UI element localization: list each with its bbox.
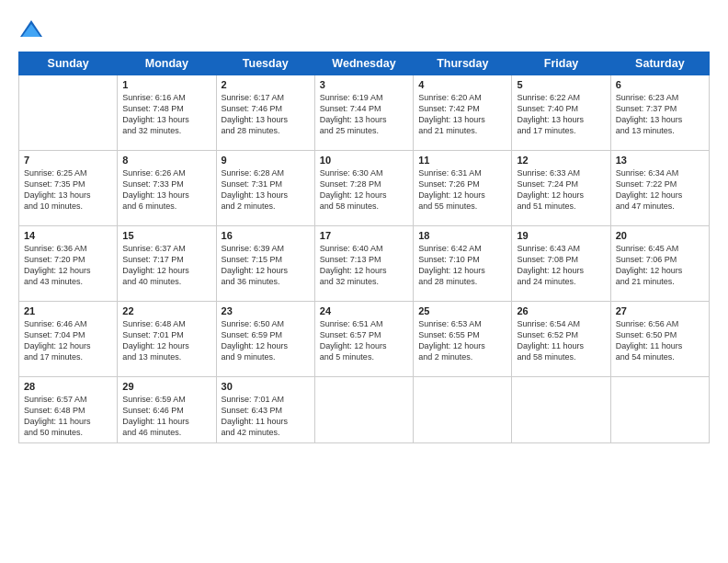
day-info: Sunrise: 6:40 AMSunset: 7:13 PMDaylight:… bbox=[320, 243, 408, 288]
day-of-week-header: Tuesday bbox=[216, 52, 314, 75]
day-info: Sunrise: 6:51 AMSunset: 6:57 PMDaylight:… bbox=[320, 318, 408, 363]
calendar-cell: 9Sunrise: 6:28 AMSunset: 7:31 PMDaylight… bbox=[216, 151, 314, 226]
calendar-cell: 11Sunrise: 6:31 AMSunset: 7:26 PMDayligh… bbox=[414, 151, 512, 226]
day-info: Sunrise: 6:36 AMSunset: 7:20 PMDaylight:… bbox=[24, 243, 112, 288]
day-number: 28 bbox=[24, 381, 112, 392]
day-of-week-header: Saturday bbox=[610, 52, 709, 75]
calendar-week-row: 21Sunrise: 6:46 AMSunset: 7:04 PMDayligh… bbox=[19, 302, 710, 377]
day-info: Sunrise: 6:16 AMSunset: 7:48 PMDaylight:… bbox=[122, 92, 210, 137]
day-number: 13 bbox=[616, 155, 704, 166]
day-number: 26 bbox=[517, 305, 605, 316]
calendar-week-row: 28Sunrise: 6:57 AMSunset: 6:48 PMDayligh… bbox=[19, 377, 710, 443]
calendar-body: 1Sunrise: 6:16 AMSunset: 7:48 PMDaylight… bbox=[19, 75, 710, 443]
calendar-cell: 14Sunrise: 6:36 AMSunset: 7:20 PMDayligh… bbox=[19, 226, 118, 302]
calendar-cell: 12Sunrise: 6:33 AMSunset: 7:24 PMDayligh… bbox=[512, 151, 610, 226]
calendar-week-row: 14Sunrise: 6:36 AMSunset: 7:20 PMDayligh… bbox=[19, 226, 710, 302]
calendar-cell: 8Sunrise: 6:26 AMSunset: 7:33 PMDaylight… bbox=[118, 151, 216, 226]
calendar-cell: 30Sunrise: 7:01 AMSunset: 6:43 PMDayligh… bbox=[216, 377, 314, 443]
calendar-cell: 22Sunrise: 6:48 AMSunset: 7:01 PMDayligh… bbox=[118, 302, 216, 377]
day-of-week-header: Friday bbox=[512, 52, 610, 75]
day-number: 10 bbox=[320, 155, 408, 166]
calendar-cell: 29Sunrise: 6:59 AMSunset: 6:46 PMDayligh… bbox=[118, 377, 216, 443]
day-number: 6 bbox=[616, 79, 704, 90]
day-info: Sunrise: 6:45 AMSunset: 7:06 PMDaylight:… bbox=[616, 243, 704, 288]
calendar-cell: 27Sunrise: 6:56 AMSunset: 6:50 PMDayligh… bbox=[610, 302, 709, 377]
day-number: 1 bbox=[122, 79, 210, 90]
calendar-cell: 18Sunrise: 6:42 AMSunset: 7:10 PMDayligh… bbox=[414, 226, 512, 302]
day-info: Sunrise: 6:25 AMSunset: 7:35 PMDaylight:… bbox=[24, 167, 112, 213]
calendar-cell: 5Sunrise: 6:22 AMSunset: 7:40 PMDaylight… bbox=[512, 75, 610, 151]
calendar-cell: 10Sunrise: 6:30 AMSunset: 7:28 PMDayligh… bbox=[314, 151, 413, 226]
day-number: 27 bbox=[616, 305, 704, 316]
day-info: Sunrise: 6:50 AMSunset: 6:59 PMDaylight:… bbox=[222, 318, 310, 363]
calendar-cell bbox=[610, 377, 709, 443]
calendar-cell: 20Sunrise: 6:45 AMSunset: 7:06 PMDayligh… bbox=[610, 226, 709, 302]
day-number: 2 bbox=[222, 79, 310, 90]
day-of-week-header: Thursday bbox=[414, 52, 512, 75]
day-info: Sunrise: 7:01 AMSunset: 6:43 PMDaylight:… bbox=[222, 394, 310, 439]
day-info: Sunrise: 6:59 AMSunset: 6:46 PMDaylight:… bbox=[122, 394, 210, 439]
calendar-week-row: 1Sunrise: 6:16 AMSunset: 7:48 PMDaylight… bbox=[19, 75, 710, 151]
day-info: Sunrise: 6:37 AMSunset: 7:17 PMDaylight:… bbox=[122, 243, 210, 288]
day-number: 18 bbox=[418, 230, 506, 241]
calendar-cell: 21Sunrise: 6:46 AMSunset: 7:04 PMDayligh… bbox=[19, 302, 118, 377]
page: SundayMondayTuesdayWednesdayThursdayFrid… bbox=[0, 0, 728, 563]
day-info: Sunrise: 6:26 AMSunset: 7:33 PMDaylight:… bbox=[122, 167, 210, 213]
calendar-cell: 7Sunrise: 6:25 AMSunset: 7:35 PMDaylight… bbox=[19, 151, 118, 226]
day-info: Sunrise: 6:33 AMSunset: 7:24 PMDaylight:… bbox=[517, 167, 605, 213]
calendar-cell: 25Sunrise: 6:53 AMSunset: 6:55 PMDayligh… bbox=[414, 302, 512, 377]
calendar-cell: 19Sunrise: 6:43 AMSunset: 7:08 PMDayligh… bbox=[512, 226, 610, 302]
day-number: 22 bbox=[122, 305, 210, 316]
calendar-cell bbox=[314, 377, 413, 443]
calendar-cell: 4Sunrise: 6:20 AMSunset: 7:42 PMDaylight… bbox=[414, 75, 512, 151]
day-number: 16 bbox=[222, 230, 310, 241]
calendar-header: SundayMondayTuesdayWednesdayThursdayFrid… bbox=[19, 52, 710, 75]
day-info: Sunrise: 6:34 AMSunset: 7:22 PMDaylight:… bbox=[616, 167, 704, 213]
calendar-week-row: 7Sunrise: 6:25 AMSunset: 7:35 PMDaylight… bbox=[19, 151, 710, 226]
calendar-cell: 13Sunrise: 6:34 AMSunset: 7:22 PMDayligh… bbox=[610, 151, 709, 226]
day-number: 21 bbox=[24, 305, 112, 316]
calendar-cell: 23Sunrise: 6:50 AMSunset: 6:59 PMDayligh… bbox=[216, 302, 314, 377]
calendar-cell: 2Sunrise: 6:17 AMSunset: 7:46 PMDaylight… bbox=[216, 75, 314, 151]
days-of-week-row: SundayMondayTuesdayWednesdayThursdayFrid… bbox=[19, 52, 710, 75]
day-info: Sunrise: 6:54 AMSunset: 6:52 PMDaylight:… bbox=[517, 318, 605, 363]
day-info: Sunrise: 6:39 AMSunset: 7:15 PMDaylight:… bbox=[222, 243, 310, 288]
calendar-cell: 28Sunrise: 6:57 AMSunset: 6:48 PMDayligh… bbox=[19, 377, 118, 443]
calendar-cell: 1Sunrise: 6:16 AMSunset: 7:48 PMDaylight… bbox=[118, 75, 216, 151]
day-info: Sunrise: 6:31 AMSunset: 7:26 PMDaylight:… bbox=[418, 167, 506, 213]
day-info: Sunrise: 6:57 AMSunset: 6:48 PMDaylight:… bbox=[24, 394, 112, 439]
day-info: Sunrise: 6:28 AMSunset: 7:31 PMDaylight:… bbox=[222, 167, 310, 213]
day-info: Sunrise: 6:43 AMSunset: 7:08 PMDaylight:… bbox=[517, 243, 605, 288]
calendar-cell bbox=[512, 377, 610, 443]
day-number: 4 bbox=[418, 79, 506, 90]
day-info: Sunrise: 6:20 AMSunset: 7:42 PMDaylight:… bbox=[418, 92, 506, 137]
day-info: Sunrise: 6:30 AMSunset: 7:28 PMDaylight:… bbox=[320, 167, 408, 213]
day-of-week-header: Sunday bbox=[19, 52, 118, 75]
day-info: Sunrise: 6:23 AMSunset: 7:37 PMDaylight:… bbox=[616, 92, 704, 137]
day-info: Sunrise: 6:53 AMSunset: 6:55 PMDaylight:… bbox=[418, 318, 506, 363]
calendar-cell bbox=[19, 75, 118, 151]
day-number: 11 bbox=[418, 155, 506, 166]
calendar-cell: 15Sunrise: 6:37 AMSunset: 7:17 PMDayligh… bbox=[118, 226, 216, 302]
day-number: 30 bbox=[222, 381, 310, 392]
day-info: Sunrise: 6:56 AMSunset: 6:50 PMDaylight:… bbox=[616, 318, 704, 363]
calendar: SundayMondayTuesdayWednesdayThursdayFrid… bbox=[18, 52, 710, 443]
day-number: 23 bbox=[222, 305, 310, 316]
day-number: 29 bbox=[122, 381, 210, 392]
day-info: Sunrise: 6:19 AMSunset: 7:44 PMDaylight:… bbox=[320, 92, 408, 137]
day-number: 25 bbox=[418, 305, 506, 316]
day-number: 12 bbox=[517, 155, 605, 166]
calendar-cell: 17Sunrise: 6:40 AMSunset: 7:13 PMDayligh… bbox=[314, 226, 413, 302]
day-number: 17 bbox=[320, 230, 408, 241]
day-number: 5 bbox=[517, 79, 605, 90]
day-info: Sunrise: 6:22 AMSunset: 7:40 PMDaylight:… bbox=[517, 92, 605, 137]
calendar-cell: 3Sunrise: 6:19 AMSunset: 7:44 PMDaylight… bbox=[314, 75, 413, 151]
calendar-cell: 26Sunrise: 6:54 AMSunset: 6:52 PMDayligh… bbox=[512, 302, 610, 377]
day-number: 8 bbox=[122, 155, 210, 166]
calendar-cell: 24Sunrise: 6:51 AMSunset: 6:57 PMDayligh… bbox=[314, 302, 413, 377]
day-of-week-header: Wednesday bbox=[314, 52, 413, 75]
day-info: Sunrise: 6:42 AMSunset: 7:10 PMDaylight:… bbox=[418, 243, 506, 288]
day-number: 3 bbox=[320, 79, 408, 90]
calendar-cell: 16Sunrise: 6:39 AMSunset: 7:15 PMDayligh… bbox=[216, 226, 314, 302]
day-number: 7 bbox=[24, 155, 112, 166]
